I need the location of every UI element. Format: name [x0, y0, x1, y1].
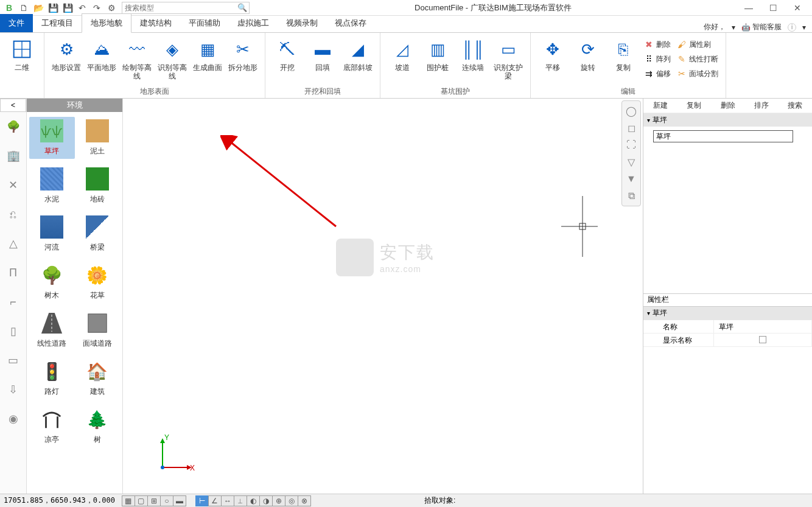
smart-support-button[interactable]: 🤖 智能客服 [741, 22, 782, 32]
expand-icon[interactable]: ⛶ [623, 136, 640, 153]
env-item-flower[interactable]: 🌼花草 [75, 261, 121, 303]
tab-virtual[interactable]: 虚拟施工 [229, 14, 278, 32]
sbtn-8[interactable]: ↔ [221, 495, 234, 506]
btn-break[interactable]: ✎线性打断 [674, 52, 721, 66]
env-item-house[interactable]: 🏠建筑 [75, 357, 121, 399]
cat-wall-icon[interactable]: ▭ [0, 346, 26, 375]
sbtn-6[interactable]: ⊢ [195, 495, 209, 506]
env-item-pine[interactable]: 🌲树 [75, 405, 121, 447]
cat-column-icon[interactable]: Π [0, 258, 26, 287]
sbtn-12[interactable]: ⊕ [272, 495, 285, 506]
action-delete[interactable]: 删除 [711, 98, 744, 113]
tab-terrain[interactable]: 地形地貌 [82, 13, 131, 33]
sbtn-3[interactable]: ⊞ [147, 495, 161, 506]
env-item-river[interactable]: 河流 [29, 213, 75, 255]
cat-truss-icon[interactable]: ✕ [0, 170, 26, 200]
tab-project[interactable]: 工程项目 [33, 14, 82, 32]
minimize-icon[interactable]: — [737, 1, 761, 15]
app-logo-icon[interactable]: B [2, 1, 16, 15]
env-item-bridge[interactable]: 桥梁 [75, 213, 121, 255]
orbit-icon[interactable]: ◯ [623, 102, 640, 119]
btn-recognize-contour[interactable]: ◈识别等高线 [155, 35, 189, 85]
tab-file[interactable]: 文件 [0, 14, 33, 32]
env-item-pavilion[interactable]: 凉亭 [29, 405, 75, 447]
btn-array[interactable]: ⠿阵列 [642, 52, 673, 66]
help-dropdown-icon[interactable]: ▾ [802, 23, 806, 32]
sbtn-14[interactable]: ⊗ [298, 495, 311, 506]
tab-plane[interactable]: 平面辅助 [180, 14, 229, 32]
checkbox-icon[interactable] [759, 336, 766, 343]
sbtn-2[interactable]: ▢ [135, 495, 148, 506]
cube-icon[interactable]: ◻ [623, 119, 640, 136]
redo-icon[interactable]: ↷ [90, 1, 103, 15]
layers-icon[interactable]: ⧉ [623, 187, 640, 205]
btn-gen-surface[interactable]: ▦生成曲面 [191, 35, 225, 85]
btn-split-terrain[interactable]: ✂拆分地形 [226, 35, 260, 85]
btn-delete[interactable]: ✖删除 [642, 38, 673, 51]
tab-video[interactable]: 视频录制 [278, 14, 326, 32]
btn-rotate[interactable]: ⟳旋转 [571, 35, 605, 85]
cat-pipe-icon[interactable]: ⌐ [0, 287, 26, 316]
sbtn-9[interactable]: ⟂ [234, 495, 247, 506]
undo-icon[interactable]: ↶ [75, 1, 89, 15]
tree-item-input[interactable] [653, 130, 793, 142]
cat-excavate-icon[interactable]: ⇩ [0, 375, 26, 404]
btn-terrain-settings[interactable]: ⚙地形设置 [49, 35, 83, 85]
save-icon[interactable]: 💾 [46, 1, 60, 15]
cat-crane-icon[interactable]: ⎌ [0, 200, 26, 229]
btn-flat-terrain[interactable]: ⛰平面地形 [85, 35, 119, 85]
cat-stage-icon[interactable]: ◉ [0, 404, 26, 433]
action-copy[interactable]: 复制 [677, 98, 710, 113]
btn-brush[interactable]: 🖌属性刷 [674, 38, 721, 51]
help-icon[interactable]: i [788, 23, 796, 32]
saveas-icon[interactable]: 💾 [61, 1, 74, 15]
sbtn-7[interactable]: ∠ [208, 495, 222, 506]
btn-beam[interactable]: ▭识别支护梁 [491, 35, 525, 85]
btn-fill[interactable]: ▬回填 [306, 35, 340, 85]
cat-safety-icon[interactable]: ▯ [0, 316, 26, 346]
sbtn-13[interactable]: ◎ [285, 495, 298, 506]
triangle-down-icon[interactable]: ▽ [623, 153, 640, 170]
settings-icon[interactable]: ⚙ [105, 1, 118, 15]
sbtn-1[interactable]: ▦ [122, 495, 135, 506]
sbtn-4[interactable]: ○ [160, 495, 173, 506]
cat-tree-icon[interactable]: 🌳 [0, 112, 26, 141]
btn-divide[interactable]: ✂面域分割 [674, 67, 721, 80]
back-button[interactable]: < [0, 99, 26, 112]
btn-ramp[interactable]: ◿坡道 [385, 35, 419, 85]
close-icon[interactable]: ✕ [785, 1, 810, 15]
sbtn-10[interactable]: ◐ [247, 495, 260, 506]
tab-viewpoint[interactable]: 视点保存 [326, 14, 375, 32]
action-new[interactable]: 新建 [643, 98, 677, 113]
btn-offset[interactable]: ⇉偏移 [642, 67, 673, 80]
search-icon[interactable]: 🔍 [237, 3, 247, 12]
sbtn-11[interactable]: ◑ [259, 495, 273, 506]
btn-copy[interactable]: ⎘复制 [606, 35, 640, 85]
prop-value[interactable]: 草坪 [714, 320, 812, 333]
open-icon[interactable]: 📂 [32, 1, 45, 15]
tree-header[interactable]: ▾ 草坪 [643, 113, 812, 127]
env-item-tile[interactable]: 地砖 [75, 165, 121, 207]
prop-value[interactable] [714, 334, 812, 346]
btn-2d[interactable]: 二维 [5, 35, 39, 85]
env-item-cement[interactable]: 水泥 [29, 165, 75, 207]
btn-move[interactable]: ✥平移 [536, 35, 570, 85]
property-head[interactable]: ▾ 草坪 [643, 307, 812, 320]
env-item-lamp[interactable]: 🚦路灯 [29, 357, 75, 399]
maximize-icon[interactable]: ☐ [761, 1, 785, 15]
env-item-soil[interactable]: 泥土 [75, 117, 121, 159]
env-item-arearoad[interactable]: 面域道路 [75, 309, 121, 351]
cat-building-icon[interactable]: 🏢 [0, 141, 26, 170]
cat-mountain-icon[interactable]: △ [0, 229, 26, 258]
action-sort[interactable]: 排序 [744, 98, 778, 113]
btn-draw-contour[interactable]: 〰绘制等高线 [120, 35, 154, 85]
btn-cont-wall[interactable]: ║║连续墙 [456, 35, 490, 85]
btn-bottom-slope[interactable]: ◢底部斜坡 [341, 35, 375, 85]
env-item-road[interactable]: 线性道路 [29, 309, 75, 351]
new-icon[interactable]: 🗋 [17, 1, 30, 15]
user-dropdown-icon[interactable]: ▾ [732, 23, 735, 32]
viewport-canvas[interactable]: 安下载 anxz.com X Y ◯ ◻ ⛶ ▽ ▼ ⧉ [123, 99, 643, 494]
filter-icon[interactable]: ▼ [623, 170, 640, 187]
env-item-forest[interactable]: 🌳树木 [29, 261, 75, 303]
search-input[interactable] [122, 2, 250, 14]
